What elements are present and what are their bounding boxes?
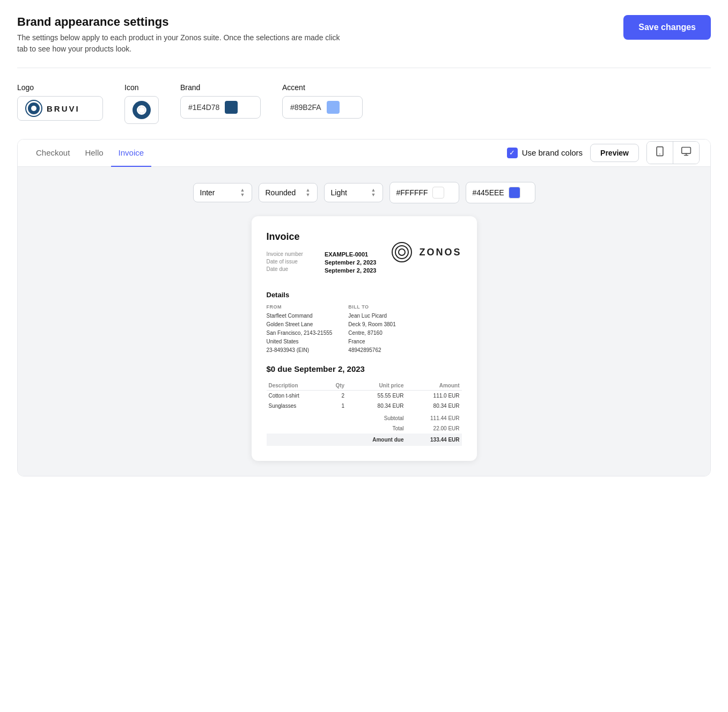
text-color-control[interactable]: #445EEE [466,182,535,203]
page: Brand appearance settings The settings b… [0,0,728,491]
invoice-table: Description Qty Unit price Amount Cotton… [267,381,462,446]
invoice-logo: ZONOS [390,231,461,274]
tab-hello[interactable]: Hello [77,140,111,167]
total-label: Total [347,423,406,434]
section-divider [17,68,711,68]
text-color-swatch [509,187,520,199]
invoice-title: Invoice [267,231,377,243]
svg-rect-0 [657,147,663,156]
item-qty: 1 [325,401,347,411]
accent-color-swatch [327,101,340,114]
tab-bar: Checkout Hello Invoice ✓ Use brand color… [18,140,710,167]
from-address: Starfleet CommandGolden Street LaneSan F… [267,312,333,355]
invoice-header: Invoice Invoice number Date of issue Dat… [267,231,462,284]
total-value: 22.00 EUR [406,423,462,434]
table-row: Cotton t-shirt 2 55.55 EUR 111.0 EUR [267,390,462,401]
accent-color-hex: #89B2FA [290,103,321,112]
due-heading: $0 due September 2, 2023 [267,364,462,373]
from-label: FROM [267,304,333,310]
item-amount: 80.34 EUR [406,401,462,411]
bill-address: Jean Luc PicardDeck 9, Room 3801Centre, … [348,312,395,355]
invoice-number-col: Invoice number Date of issue Date due [267,251,303,274]
brand-settings-row: Logo BRUVI Icon Brand #1E4D78 [17,83,711,124]
brand-color-hex: #1E4D78 [188,103,219,112]
brand-icon [133,101,151,119]
amount-due-value: 133.44 EUR [406,434,462,446]
logo-icon [26,101,41,116]
desktop-device-button[interactable] [673,142,699,164]
logo-dot-inner [31,106,36,111]
item-description: Cotton t-shirt [267,390,325,401]
page-description: The settings below apply to each product… [17,32,350,55]
page-header: Brand appearance settings The settings b… [17,15,711,55]
invoice-due-value: September 2, 2023 [325,267,377,274]
from-col: FROM Starfleet CommandGolden Street Lane… [267,304,333,355]
theme-select-value: Light [331,188,347,197]
icon-label: Icon [124,83,159,92]
invoice-meta: Invoice number Date of issue Date due EX… [267,251,377,274]
preview-area: Inter ▲ ▼ Rounded ▲ ▼ Light ▲ [18,167,710,476]
header-left: Brand appearance settings The settings b… [17,15,350,55]
tab-right-controls: ✓ Use brand colors Preview [507,141,700,164]
address-cols: FROM Starfleet CommandGolden Street Lane… [267,304,462,355]
bg-color-hex: #FFFFFF [396,188,428,197]
use-brand-checkbox[interactable]: ✓ [507,148,518,158]
invoice-meta-block: Invoice Invoice number Date of issue Dat… [267,231,377,284]
icon-box[interactable] [124,96,159,124]
logo-field: Logo BRUVI [17,83,103,121]
font-select-value: Inter [200,188,215,197]
controls-row: Inter ▲ ▼ Rounded ▲ ▼ Light ▲ [28,182,700,203]
item-unit-price: 55.55 EUR [347,390,406,401]
logo-text: BRUVI [47,104,80,113]
svg-rect-2 [682,148,691,154]
amount-due-row: Amount due 133.44 EUR [267,434,462,446]
brand-color-box[interactable]: #1E4D78 [180,96,261,119]
style-select-value: Rounded [266,188,296,197]
accent-color-field: Accent #89B2FA [282,83,363,119]
preview-button[interactable]: Preview [590,144,639,162]
brand-color-label: Brand [180,83,261,92]
device-toggle [646,141,700,164]
zonos-ring-icon [390,240,414,264]
item-qty: 2 [325,390,347,401]
theme-select[interactable]: Light ▲ ▼ [324,183,383,202]
col-amount: Amount [406,381,462,391]
subtotal-label: Subtotal [347,411,406,423]
bg-color-swatch [432,187,444,199]
style-select[interactable]: Rounded ▲ ▼ [259,183,318,202]
use-brand-toggle[interactable]: ✓ Use brand colors [507,148,583,158]
invoice-due-label: Date due [267,266,303,272]
col-unit-price: Unit price [347,381,406,391]
col-qty: Qty [325,381,347,391]
invoice-number-label: Invoice number [267,251,303,257]
tab-invoice[interactable]: Invoice [111,140,152,167]
mobile-device-button[interactable] [647,142,673,164]
tab-checkout[interactable]: Checkout [28,140,77,167]
checkmark-icon: ✓ [509,149,515,157]
invoice-issue-label: Date of issue [267,259,303,265]
brand-color-field: Brand #1E4D78 [180,83,261,119]
table-row: Sunglasses 1 80.34 EUR 80.34 EUR [267,401,462,411]
brand-icon-inner [138,107,145,113]
col-description: Description [267,381,325,391]
font-select-arrows: ▲ ▼ [240,188,245,197]
font-select[interactable]: Inter ▲ ▼ [193,183,252,202]
bg-color-control[interactable]: #FFFFFF [389,182,459,203]
svg-point-7 [399,249,405,255]
subtotal-value: 111.44 EUR [406,411,462,423]
accent-color-box[interactable]: #89B2FA [282,96,363,119]
subtotal-row: Subtotal 111.44 EUR [267,411,462,423]
invoice-company-name: ZONOS [419,247,461,258]
logo-box[interactable]: BRUVI [17,96,103,121]
brand-color-swatch [225,101,238,114]
details-heading: Details [267,291,462,299]
tab-area: Checkout Hello Invoice ✓ Use brand color… [17,139,711,476]
save-button[interactable]: Save changes [623,15,711,40]
invoice-preview: Invoice Invoice number Date of issue Dat… [252,216,477,461]
page-title: Brand appearance settings [17,15,350,29]
amount-due-label: Amount due [347,434,406,446]
item-amount: 111.0 EUR [406,390,462,401]
svg-point-6 [395,246,408,259]
item-description: Sunglasses [267,401,325,411]
total-row: Total 22.00 EUR [267,423,462,434]
